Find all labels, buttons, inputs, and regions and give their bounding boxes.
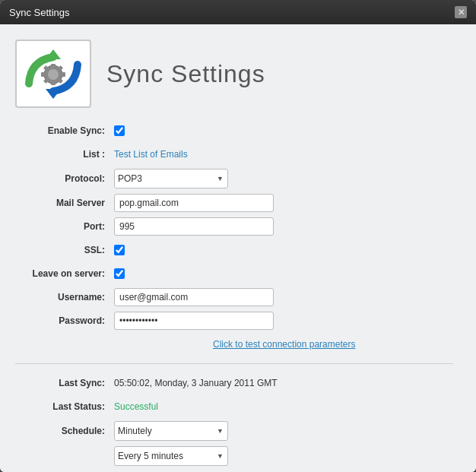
svg-rect-7 [62,72,65,77]
protocol-select-wrapper: POP3 IMAP Exchange [114,169,228,188]
title-bar-text: Sync Settings [9,7,70,18]
list-row: List : Test List of Emails [15,145,453,163]
header-row: Sync Settings [15,40,453,108]
frequency-select[interactable]: Every 5 minutes Every 10 minutes Every 1… [114,446,228,466]
ssl-row: SSL: [15,241,453,259]
schedule-row: Schedule: Minutely Hourly Daily Weekly [15,421,453,441]
leave-label: Leave on server: [15,268,114,279]
ssl-label: SSL: [15,245,114,255]
last-status-value: Successful [114,401,158,412]
sync-settings-dialog: Sync Settings ✕ [0,0,476,472]
leave-row: Leave on server: [15,265,453,283]
mail-server-input[interactable] [114,194,274,212]
protocol-select[interactable]: POP3 IMAP Exchange [114,169,228,188]
test-connection-link[interactable]: Click to test connection parameters [114,339,355,350]
last-sync-value: 05:50:02, Monday, 3 January 2011 GMT [114,378,278,388]
enable-sync-row: Enable Sync: [15,122,453,140]
list-label: List : [15,149,114,160]
schedule-select[interactable]: Minutely Hourly Daily Weekly [114,421,228,441]
password-input[interactable] [114,312,274,330]
svg-rect-6 [41,72,45,77]
logo-box [15,40,91,108]
list-value: Test List of Emails [114,149,188,160]
schedule-select-wrapper: Minutely Hourly Daily Weekly [114,421,228,441]
protocol-row: Protocol: POP3 IMAP Exchange [15,169,453,188]
dialog-title: Sync Settings [106,60,265,88]
test-link-row: Click to test connection parameters [15,335,453,353]
svg-rect-4 [51,64,56,68]
dialog-body: Sync Settings Enable Sync: List : Test L… [0,24,476,472]
divider [15,363,453,364]
sync-logo [23,46,84,103]
username-row: Username: [15,288,453,306]
svg-rect-5 [51,81,56,85]
close-button[interactable]: ✕ [455,6,467,18]
enable-sync-label: Enable Sync: [15,125,114,136]
mail-server-label: Mail Server [15,198,114,208]
frequency-select-wrapper: Every 5 minutes Every 10 minutes Every 1… [114,446,228,466]
title-bar: Sync Settings ✕ [0,0,476,24]
password-label: Password: [15,315,114,326]
username-input[interactable] [114,288,274,306]
port-label: Port: [15,221,114,232]
last-sync-label: Last Sync: [15,378,114,388]
last-sync-row: Last Sync: 05:50:02, Monday, 3 January 2… [15,374,453,392]
last-status-row: Last Status: Successful [15,398,453,416]
password-row: Password: [15,312,453,330]
last-status-label: Last Status: [15,401,114,412]
svg-point-3 [48,69,59,80]
enable-sync-checkbox[interactable] [114,125,125,136]
username-label: Username: [15,292,114,303]
frequency-row: Every 5 minutes Every 10 minutes Every 1… [15,446,453,466]
ssl-checkbox[interactable] [114,245,125,255]
leave-checkbox[interactable] [114,268,125,279]
port-input[interactable] [114,217,274,236]
mail-server-row: Mail Server [15,194,453,212]
schedule-label: Schedule: [15,426,114,436]
form-area: Enable Sync: List : Test List of Emails … [15,122,453,466]
port-row: Port: [15,217,453,236]
protocol-label: Protocol: [15,173,114,184]
